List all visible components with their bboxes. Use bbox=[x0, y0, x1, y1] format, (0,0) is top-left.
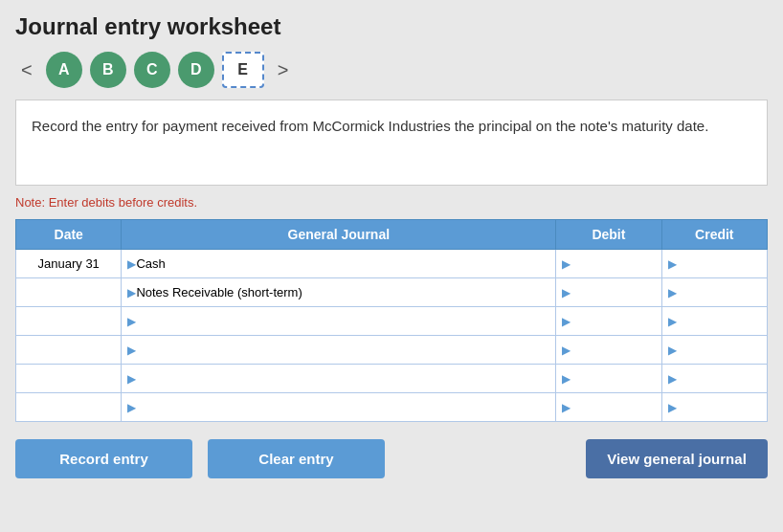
cell-credit-0[interactable]: ▶ bbox=[661, 250, 767, 278]
cell-credit-1[interactable]: ▶ bbox=[661, 278, 767, 307]
cell-date-0[interactable]: January 31 bbox=[16, 250, 122, 278]
cell-date-2[interactable] bbox=[16, 307, 122, 336]
description-text: Record the entry for payment received fr… bbox=[32, 118, 708, 134]
cell-debit-0[interactable]: ▶ bbox=[556, 250, 661, 278]
step-d-button[interactable]: D bbox=[178, 52, 214, 88]
table-row: January 31▶ Cash▶▶ bbox=[16, 250, 768, 278]
cell-debit-4[interactable]: ▶ bbox=[556, 365, 661, 393]
cell-date-3[interactable] bbox=[16, 336, 122, 365]
col-debit: Debit bbox=[556, 220, 661, 250]
cell-credit-2[interactable]: ▶ bbox=[661, 307, 767, 336]
journal-table: Date General Journal Debit Credit Januar… bbox=[15, 219, 768, 422]
table-row: ▶ Notes Receivable (short-term)▶▶ bbox=[16, 278, 768, 307]
cell-journal-1[interactable]: ▶ Notes Receivable (short-term) bbox=[122, 278, 556, 307]
next-button[interactable]: > bbox=[272, 57, 295, 83]
step-b-button[interactable]: B bbox=[90, 52, 126, 88]
step-c-button[interactable]: C bbox=[134, 52, 170, 88]
page-title: Journal entry worksheet bbox=[15, 13, 768, 40]
prev-button[interactable]: < bbox=[15, 57, 38, 83]
cell-date-4[interactable] bbox=[16, 365, 122, 393]
cell-credit-4[interactable]: ▶ bbox=[661, 365, 767, 393]
record-entry-button[interactable]: Record entry bbox=[15, 439, 192, 478]
col-credit: Credit bbox=[661, 220, 767, 250]
cell-journal-5[interactable]: ▶ bbox=[122, 393, 556, 422]
cell-date-1[interactable] bbox=[16, 278, 122, 307]
navigation-row: < A B C D E > bbox=[15, 52, 768, 88]
cell-debit-1[interactable]: ▶ bbox=[556, 278, 661, 307]
step-a-button[interactable]: A bbox=[46, 52, 82, 88]
col-journal: General Journal bbox=[122, 220, 556, 250]
cell-journal-4[interactable]: ▶ bbox=[122, 365, 556, 393]
table-row: ▶▶▶ bbox=[16, 307, 768, 336]
cell-credit-3[interactable]: ▶ bbox=[661, 336, 767, 365]
cell-debit-5[interactable]: ▶ bbox=[556, 393, 661, 422]
cell-date-5[interactable] bbox=[16, 393, 122, 422]
cell-debit-2[interactable]: ▶ bbox=[556, 307, 661, 336]
cell-journal-0[interactable]: ▶ Cash bbox=[122, 250, 556, 278]
description-box: Record the entry for payment received fr… bbox=[15, 100, 768, 186]
step-e-button[interactable]: E bbox=[222, 52, 264, 88]
cell-journal-2[interactable]: ▶ bbox=[122, 307, 556, 336]
buttons-row: Record entry Clear entry View general jo… bbox=[15, 439, 768, 478]
view-general-journal-button[interactable]: View general journal bbox=[586, 439, 768, 478]
cell-credit-5[interactable]: ▶ bbox=[661, 393, 767, 422]
col-date: Date bbox=[16, 220, 122, 250]
clear-entry-button[interactable]: Clear entry bbox=[208, 439, 385, 478]
table-row: ▶▶▶ bbox=[16, 365, 768, 393]
cell-debit-3[interactable]: ▶ bbox=[556, 336, 661, 365]
cell-journal-3[interactable]: ▶ bbox=[122, 336, 556, 365]
table-row: ▶▶▶ bbox=[16, 393, 768, 422]
note-text: Note: Enter debits before credits. bbox=[15, 195, 768, 210]
table-row: ▶▶▶ bbox=[16, 336, 768, 365]
